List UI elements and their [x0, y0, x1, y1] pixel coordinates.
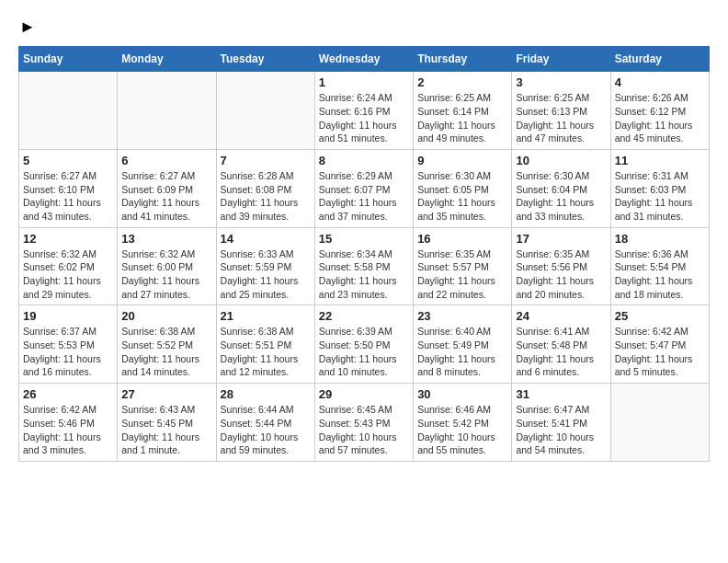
- day-header-sunday: Sunday: [19, 47, 118, 72]
- day-info: Sunrise: 6:36 AM Sunset: 5:54 PM Dayligh…: [615, 247, 705, 302]
- calendar-cell: 28Sunrise: 6:44 AM Sunset: 5:44 PM Dayli…: [216, 384, 314, 462]
- calendar-cell: [19, 72, 118, 150]
- day-number: 2: [417, 75, 507, 89]
- logo: ►: [18, 18, 36, 37]
- day-header-thursday: Thursday: [414, 47, 512, 72]
- day-number: 13: [121, 232, 211, 246]
- day-number: 30: [417, 387, 507, 401]
- day-info: Sunrise: 6:35 AM Sunset: 5:57 PM Dayligh…: [417, 247, 507, 302]
- calendar-cell: 13Sunrise: 6:32 AM Sunset: 6:00 PM Dayli…: [118, 227, 216, 305]
- day-info: Sunrise: 6:45 AM Sunset: 5:43 PM Dayligh…: [319, 403, 409, 457]
- calendar-cell: 11Sunrise: 6:31 AM Sunset: 6:03 PM Dayli…: [610, 149, 709, 227]
- day-number: 27: [121, 387, 211, 401]
- day-number: 1: [319, 75, 409, 89]
- day-info: Sunrise: 6:44 AM Sunset: 5:44 PM Dayligh…: [221, 403, 311, 457]
- calendar-cell: 14Sunrise: 6:33 AM Sunset: 5:59 PM Dayli…: [216, 227, 314, 305]
- calendar-cell: 3Sunrise: 6:25 AM Sunset: 6:13 PM Daylig…: [512, 72, 610, 150]
- day-number: 21: [221, 309, 311, 323]
- day-number: 20: [121, 309, 211, 323]
- day-info: Sunrise: 6:27 AM Sunset: 6:09 PM Dayligh…: [121, 169, 211, 224]
- day-info: Sunrise: 6:37 AM Sunset: 5:53 PM Dayligh…: [23, 325, 113, 379]
- day-info: Sunrise: 6:43 AM Sunset: 5:45 PM Dayligh…: [121, 403, 211, 457]
- day-info: Sunrise: 6:47 AM Sunset: 5:41 PM Dayligh…: [516, 403, 606, 457]
- calendar-cell: 5Sunrise: 6:27 AM Sunset: 6:10 PM Daylig…: [19, 149, 118, 227]
- day-header-friday: Friday: [512, 47, 610, 72]
- calendar-cell: [118, 72, 216, 150]
- day-info: Sunrise: 6:30 AM Sunset: 6:04 PM Dayligh…: [516, 169, 606, 224]
- calendar-cell: 24Sunrise: 6:41 AM Sunset: 5:48 PM Dayli…: [512, 305, 610, 384]
- day-number: 29: [319, 387, 409, 401]
- day-header-saturday: Saturday: [610, 47, 709, 72]
- calendar-cell: 30Sunrise: 6:46 AM Sunset: 5:42 PM Dayli…: [414, 384, 512, 462]
- calendar-cell: 19Sunrise: 6:37 AM Sunset: 5:53 PM Dayli…: [19, 305, 118, 384]
- day-header-tuesday: Tuesday: [216, 47, 314, 72]
- page-header: ►: [18, 18, 710, 37]
- day-info: Sunrise: 6:33 AM Sunset: 5:59 PM Dayligh…: [221, 247, 311, 302]
- day-info: Sunrise: 6:34 AM Sunset: 5:58 PM Dayligh…: [319, 247, 409, 302]
- day-number: 12: [23, 232, 113, 246]
- day-number: 8: [319, 154, 409, 167]
- day-number: 26: [23, 387, 113, 401]
- calendar-cell: 4Sunrise: 6:26 AM Sunset: 6:12 PM Daylig…: [610, 72, 709, 150]
- calendar-cell: 26Sunrise: 6:42 AM Sunset: 5:46 PM Dayli…: [19, 384, 118, 462]
- day-info: Sunrise: 6:46 AM Sunset: 5:42 PM Dayligh…: [417, 403, 507, 457]
- day-info: Sunrise: 6:28 AM Sunset: 6:08 PM Dayligh…: [221, 169, 311, 224]
- day-number: 24: [516, 309, 606, 323]
- day-number: 7: [221, 154, 311, 167]
- day-number: 17: [516, 232, 606, 246]
- day-info: Sunrise: 6:42 AM Sunset: 5:47 PM Dayligh…: [615, 325, 705, 379]
- day-number: 25: [615, 309, 705, 323]
- day-number: 6: [121, 154, 211, 167]
- day-info: Sunrise: 6:42 AM Sunset: 5:46 PM Dayligh…: [23, 403, 113, 457]
- day-number: 3: [516, 75, 606, 89]
- day-number: 18: [615, 232, 705, 246]
- calendar-cell: 16Sunrise: 6:35 AM Sunset: 5:57 PM Dayli…: [414, 227, 512, 305]
- calendar-cell: 15Sunrise: 6:34 AM Sunset: 5:58 PM Dayli…: [314, 227, 413, 305]
- day-number: 19: [23, 309, 113, 323]
- calendar-week-row: 19Sunrise: 6:37 AM Sunset: 5:53 PM Dayli…: [19, 305, 710, 384]
- calendar-cell: 12Sunrise: 6:32 AM Sunset: 6:02 PM Dayli…: [19, 227, 118, 305]
- calendar-cell: 6Sunrise: 6:27 AM Sunset: 6:09 PM Daylig…: [118, 149, 216, 227]
- day-info: Sunrise: 6:27 AM Sunset: 6:10 PM Dayligh…: [23, 169, 113, 224]
- day-number: 23: [417, 309, 507, 323]
- day-number: 11: [615, 154, 705, 167]
- calendar-cell: 22Sunrise: 6:39 AM Sunset: 5:50 PM Dayli…: [314, 305, 413, 384]
- day-info: Sunrise: 6:24 AM Sunset: 6:16 PM Dayligh…: [319, 91, 409, 145]
- day-number: 10: [516, 154, 606, 167]
- day-info: Sunrise: 6:25 AM Sunset: 6:13 PM Dayligh…: [516, 91, 606, 145]
- calendar-cell: [610, 384, 709, 462]
- day-number: 4: [615, 75, 705, 89]
- day-number: 9: [417, 154, 507, 167]
- calendar-cell: 20Sunrise: 6:38 AM Sunset: 5:52 PM Dayli…: [118, 305, 216, 384]
- day-number: 15: [319, 232, 409, 246]
- calendar-week-row: 26Sunrise: 6:42 AM Sunset: 5:46 PM Dayli…: [19, 384, 710, 462]
- day-number: 5: [23, 154, 113, 167]
- calendar-cell: 10Sunrise: 6:30 AM Sunset: 6:04 PM Dayli…: [512, 149, 610, 227]
- day-info: Sunrise: 6:30 AM Sunset: 6:05 PM Dayligh…: [417, 169, 507, 224]
- calendar-header-row: SundayMondayTuesdayWednesdayThursdayFrid…: [19, 47, 710, 72]
- day-number: 28: [221, 387, 311, 401]
- calendar-cell: 25Sunrise: 6:42 AM Sunset: 5:47 PM Dayli…: [610, 305, 709, 384]
- day-info: Sunrise: 6:32 AM Sunset: 6:02 PM Dayligh…: [23, 247, 113, 302]
- calendar-cell: 2Sunrise: 6:25 AM Sunset: 6:14 PM Daylig…: [414, 72, 512, 150]
- day-info: Sunrise: 6:41 AM Sunset: 5:48 PM Dayligh…: [516, 325, 606, 379]
- calendar-cell: 27Sunrise: 6:43 AM Sunset: 5:45 PM Dayli…: [118, 384, 216, 462]
- day-header-monday: Monday: [118, 47, 216, 72]
- calendar-cell: 1Sunrise: 6:24 AM Sunset: 6:16 PM Daylig…: [314, 72, 413, 150]
- calendar-cell: [216, 72, 314, 150]
- calendar-cell: 23Sunrise: 6:40 AM Sunset: 5:49 PM Dayli…: [414, 305, 512, 384]
- day-number: 31: [516, 387, 606, 401]
- day-info: Sunrise: 6:26 AM Sunset: 6:12 PM Dayligh…: [615, 91, 705, 145]
- calendar-cell: 8Sunrise: 6:29 AM Sunset: 6:07 PM Daylig…: [314, 149, 413, 227]
- calendar-cell: 18Sunrise: 6:36 AM Sunset: 5:54 PM Dayli…: [610, 227, 709, 305]
- calendar-table: SundayMondayTuesdayWednesdayThursdayFrid…: [18, 46, 710, 462]
- calendar-cell: 31Sunrise: 6:47 AM Sunset: 5:41 PM Dayli…: [512, 384, 610, 462]
- calendar-week-row: 12Sunrise: 6:32 AM Sunset: 6:02 PM Dayli…: [19, 227, 710, 305]
- day-info: Sunrise: 6:29 AM Sunset: 6:07 PM Dayligh…: [319, 169, 409, 224]
- day-info: Sunrise: 6:31 AM Sunset: 6:03 PM Dayligh…: [615, 169, 705, 224]
- day-info: Sunrise: 6:35 AM Sunset: 5:56 PM Dayligh…: [516, 247, 606, 302]
- calendar-week-row: 5Sunrise: 6:27 AM Sunset: 6:10 PM Daylig…: [19, 149, 710, 227]
- day-number: 16: [417, 232, 507, 246]
- day-number: 22: [319, 309, 409, 323]
- logo-triangle: ►: [19, 18, 36, 37]
